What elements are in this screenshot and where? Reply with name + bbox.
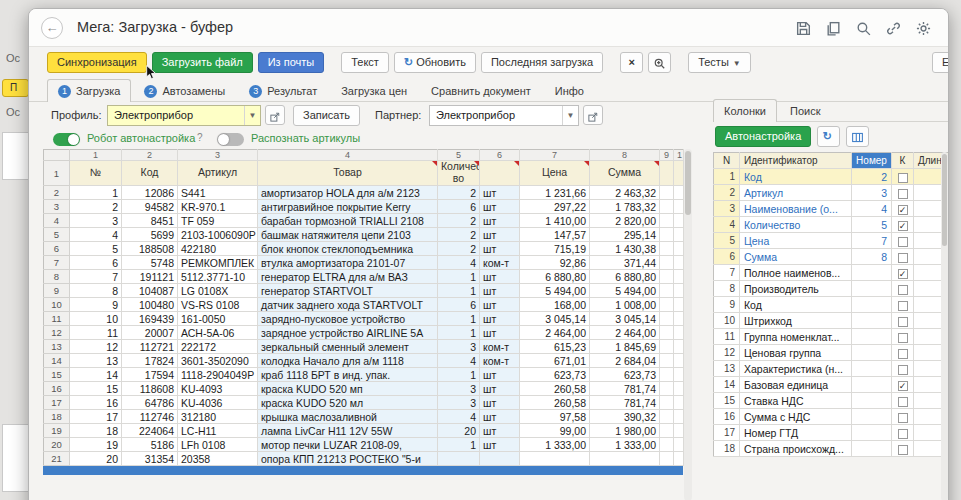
tab-zagruzka[interactable]: 1 Загрузка [47, 79, 131, 102]
grid-cell[interactable]: 222172 [178, 340, 258, 354]
grid-column-number[interactable]: 1 [674, 150, 684, 161]
grid-cell[interactable]: 5748 [122, 256, 178, 270]
grid-cell[interactable]: 615,23 [520, 340, 590, 354]
grid-cell[interactable]: шт [480, 410, 520, 424]
write-button[interactable]: Записать [293, 105, 360, 126]
grid-cell[interactable]: 1 410,00 [520, 214, 590, 228]
recognize-articles-toggle[interactable] [217, 133, 244, 146]
panel-row[interactable]: 10Штрихкод [714, 313, 950, 329]
grid-row[interactable]: 65188508422180блок кнопок стеклоподъемни… [44, 242, 684, 256]
grid-cell[interactable]: 2103-1006090Р [178, 228, 258, 242]
grid-cell[interactable]: краска KUDO 520 мп [258, 382, 438, 396]
grid-cell[interactable]: шт [480, 382, 520, 396]
grid-cell[interactable]: 8 [70, 284, 122, 298]
load-file-button[interactable]: Загрузить файл [152, 52, 253, 73]
grid-cell[interactable]: 2 [438, 186, 480, 200]
grid-cell[interactable]: 1 231,66 [520, 186, 590, 200]
panel-identifier-cell[interactable]: Код [740, 297, 852, 313]
panel-number-cell[interactable] [852, 265, 892, 281]
grid-row[interactable]: 1413178243601-3502090колодка Начало для … [44, 354, 684, 368]
grid-cell[interactable] [660, 424, 674, 438]
panel-column-header[interactable]: N [714, 153, 740, 169]
help-icon[interactable]: ? [197, 132, 203, 143]
grid-cell[interactable] [660, 438, 674, 452]
grid-cell[interactable]: 18 [70, 424, 122, 438]
gear-icon[interactable] [915, 20, 932, 37]
grid-selected-row-partial[interactable] [43, 466, 683, 475]
grid-cell[interactable]: генератор STARTVOLT [258, 284, 438, 298]
panel-row[interactable]: 7Полное наименов...✓ [714, 265, 950, 281]
grid-row-index[interactable]: 7 [44, 256, 70, 270]
grid-cell[interactable] [660, 368, 674, 382]
scrollbar-thumb[interactable] [942, 154, 947, 246]
grid-cell[interactable]: 6 880,80 [590, 270, 660, 284]
grid-cell[interactable]: 1 [438, 368, 480, 382]
chevron-down-icon[interactable]: ▼ [244, 106, 260, 125]
grid-cell[interactable]: 100480 [122, 298, 178, 312]
grid-cell[interactable]: 1 845,69 [590, 340, 660, 354]
panel-identifier-cell[interactable]: Группа номенклат... [740, 329, 852, 345]
grid-cell[interactable]: 260,58 [520, 382, 590, 396]
grid-row[interactable]: 765748РЕМКОМПЛЕКвтулка амортизатора 2101… [44, 256, 684, 270]
panel-row[interactable]: 2Артикул3 [714, 185, 950, 201]
grid-cell[interactable]: 16 [70, 396, 122, 410]
panel-row[interactable]: 4Количество5✓ [714, 217, 950, 233]
grid-cell[interactable]: 2 [70, 200, 122, 214]
find-icon[interactable] [855, 20, 872, 37]
grid-cell[interactable]: 2 463,32 [590, 186, 660, 200]
include-checkbox[interactable]: ✓ [898, 269, 908, 279]
grid-cell[interactable] [674, 424, 684, 438]
grid-cell[interactable]: 3 [438, 382, 480, 396]
panel-row-number[interactable]: 4 [714, 217, 740, 233]
grid-cell[interactable]: 3 [438, 340, 480, 354]
grid-cell[interactable]: 623,73 [520, 368, 590, 382]
grid-cell[interactable]: 9 [70, 298, 122, 312]
include-checkbox[interactable] [898, 397, 908, 407]
panel-column-header[interactable]: Идентификатор [740, 153, 852, 169]
panel-row-number[interactable]: 7 [714, 265, 740, 281]
grid-cell[interactable]: шт [480, 326, 520, 340]
tab-rezultat[interactable]: 3 Результат [238, 79, 328, 102]
grid-cell[interactable]: 8451 [122, 214, 178, 228]
grid-cell[interactable]: 19 [70, 438, 122, 452]
grid-cell[interactable]: 13 [70, 354, 122, 368]
panel-check-cell[interactable] [892, 233, 914, 249]
zoom-in-button[interactable] [648, 52, 671, 73]
partner-select[interactable]: Электроприбор ▼ [429, 105, 579, 126]
grid-row-index[interactable]: 11 [44, 312, 70, 326]
grid-row-index[interactable]: 21 [44, 452, 70, 466]
close-button[interactable]: × [620, 52, 643, 73]
grid-cell[interactable]: 5 [70, 242, 122, 256]
panel-row-number[interactable]: 2 [714, 185, 740, 201]
panel-row-number[interactable]: 17 [714, 425, 740, 441]
grid-cell[interactable]: шт [480, 298, 520, 312]
grid-column-header[interactable] [674, 161, 684, 186]
panel-row[interactable]: 14Базовая единица✓ [714, 377, 950, 393]
grid-row[interactable]: 2112086S441амортизатор HOLA для а/м 2123… [44, 186, 684, 200]
grid-column-number[interactable]: 4 [258, 150, 438, 161]
panel-number-cell[interactable]: 5 [852, 217, 892, 233]
panel-row-number[interactable]: 14 [714, 377, 740, 393]
grid-column-number[interactable]: 2 [122, 150, 178, 161]
grid-cell[interactable]: 99,00 [520, 424, 590, 438]
panel-row[interactable]: 12Ценовая группа [714, 345, 950, 361]
panel-row[interactable]: 5Цена7 [714, 233, 950, 249]
grid-cell[interactable]: 5 494,00 [520, 284, 590, 298]
grid-cell[interactable]: 14 [70, 368, 122, 382]
grid-cell[interactable]: 112721 [122, 340, 178, 354]
grid-cell[interactable] [660, 270, 674, 284]
grid-cell[interactable]: блок кнопок стеклоподъемника [258, 242, 438, 256]
text-button[interactable]: Текст [341, 52, 389, 73]
grid-cell[interactable]: 4 [438, 354, 480, 368]
grid-cell[interactable]: 2 [438, 214, 480, 228]
from-mail-button[interactable]: Из почты [258, 52, 325, 73]
grid-cell[interactable]: 169439 [122, 312, 178, 326]
grid-row[interactable]: 1514175941118-2904049Ркраб 1118 БРТ в ин… [44, 368, 684, 382]
grid-cell[interactable]: ком-т [480, 340, 520, 354]
include-checkbox[interactable] [898, 349, 908, 359]
include-checkbox[interactable] [898, 173, 908, 183]
panel-row-number[interactable]: 9 [714, 297, 740, 313]
panel-number-cell[interactable] [852, 441, 892, 457]
grid-cell[interactable]: краска KUDO 520 мл [258, 396, 438, 410]
grid-row-index[interactable]: 12 [44, 326, 70, 340]
